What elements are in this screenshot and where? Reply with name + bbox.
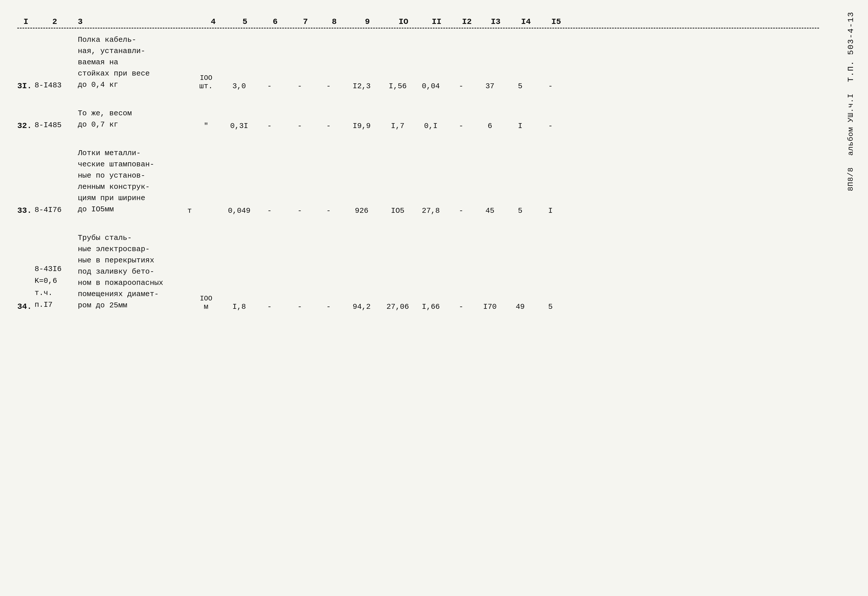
col-header-2: 2 bbox=[35, 17, 75, 26]
col-header-14: I4 bbox=[510, 17, 542, 26]
col-header-15: I5 bbox=[542, 17, 571, 26]
row-val-12: - bbox=[447, 302, 475, 311]
col-header-12: I2 bbox=[452, 17, 481, 26]
row-val-11: 27,8 bbox=[415, 207, 447, 215]
col-header-11: II bbox=[421, 17, 452, 26]
row-description: Полка кабель-ная, устанавли-ваемая насто… bbox=[75, 34, 187, 90]
row-val-15: I bbox=[536, 207, 565, 215]
row-unit: т bbox=[187, 207, 225, 215]
row-val-11: 0,I bbox=[415, 122, 447, 130]
row-code: 8-I483 bbox=[35, 80, 75, 90]
row-val-5: 0,049 bbox=[225, 207, 254, 215]
page: Т.П. 503-4-13 альбом УШ.ч.I 8П8/8 I 2 3 … bbox=[0, 0, 868, 596]
row-val-11: I,66 bbox=[415, 302, 447, 311]
row-val-5: I,8 bbox=[225, 302, 254, 311]
row-val-12: - bbox=[447, 122, 475, 130]
row-val-11: 0,04 bbox=[415, 82, 447, 90]
row-val-14: 49 bbox=[504, 302, 536, 311]
row-val-10: 27,06 bbox=[380, 302, 415, 311]
row-description: То же, весомдо 0,7 кг bbox=[75, 108, 187, 130]
row-unit: " bbox=[187, 122, 225, 130]
row-number: 34. bbox=[17, 302, 35, 311]
row-val-9: 94,2 bbox=[343, 302, 380, 311]
sidebar-title: Т.П. 503-4-13 bbox=[846, 12, 855, 82]
row-code: 8-I485 bbox=[35, 120, 75, 130]
row-val-6: - bbox=[254, 302, 285, 311]
row-val-13: 6 bbox=[475, 122, 504, 130]
row-val-15: - bbox=[536, 82, 565, 90]
col-header-5: 5 bbox=[230, 17, 259, 26]
row-val-6: - bbox=[254, 122, 285, 130]
sidebar: Т.П. 503-4-13 альбом УШ.ч.I 8П8/8 bbox=[839, 0, 862, 596]
row-val-14: I bbox=[504, 122, 536, 130]
col-header-6: 6 bbox=[259, 17, 291, 26]
row-val-6: - bbox=[254, 82, 285, 90]
row-val-14: 5 bbox=[504, 207, 536, 215]
row-description: Трубы сталь-ные электросвар-ные в перекр… bbox=[75, 232, 187, 311]
row-description: Лотки металли-ческие штампован-ные по ус… bbox=[75, 148, 187, 215]
row-code: 8-4I76 bbox=[35, 205, 75, 215]
row-val-6: - bbox=[254, 207, 285, 215]
col-header-8: 8 bbox=[320, 17, 349, 26]
row-number: 3I. bbox=[17, 81, 35, 90]
row-val-9: I9,9 bbox=[343, 122, 380, 130]
row-unit: IOO м bbox=[187, 295, 225, 311]
row-val-5: 0,3I bbox=[225, 122, 254, 130]
row-val-8: - bbox=[314, 207, 343, 215]
row-val-12: - bbox=[447, 82, 475, 90]
row-val-8: - bbox=[314, 302, 343, 311]
row-number: 33. bbox=[17, 206, 35, 215]
row-val-9: 926 bbox=[343, 207, 380, 215]
col-header-7: 7 bbox=[291, 17, 320, 26]
sidebar-code: 8П8/8 bbox=[846, 167, 855, 191]
row-val-7: - bbox=[285, 122, 314, 130]
col-header-10: IO bbox=[386, 17, 421, 26]
row-unit: IOO шт. bbox=[187, 74, 225, 90]
row-val-15: - bbox=[536, 122, 565, 130]
column-headers: I 2 3 4 5 6 7 8 9 IO II I2 I3 I4 I5 bbox=[17, 17, 819, 28]
table-content: 3I. 8-I483 Полка кабель-ная, устанавли-в… bbox=[17, 34, 819, 311]
col-header-13: I3 bbox=[481, 17, 510, 26]
row-val-9: I2,3 bbox=[343, 82, 380, 90]
row-val-10: IO5 bbox=[380, 207, 415, 215]
row-val-7: - bbox=[285, 207, 314, 215]
row-val-13: 45 bbox=[475, 207, 504, 215]
col-header-9: 9 bbox=[349, 17, 386, 26]
row-number: 32. bbox=[17, 121, 35, 130]
table-row: 3I. 8-I483 Полка кабель-ная, устанавли-в… bbox=[17, 34, 819, 90]
row-code: 8-43I6K=0,6т.ч.п.I7 bbox=[35, 263, 75, 311]
table-row: 32. 8-I485 То же, весомдо 0,7 кг " 0,3I … bbox=[17, 108, 819, 130]
row-val-13: 37 bbox=[475, 82, 504, 90]
row-val-14: 5 bbox=[504, 82, 536, 90]
row-val-13: I70 bbox=[475, 302, 504, 311]
sidebar-subtitle: альбом УШ.ч.I bbox=[846, 93, 855, 156]
table-row: 34. 8-43I6K=0,6т.ч.п.I7 Трубы сталь-ные … bbox=[17, 232, 819, 311]
row-val-8: - bbox=[314, 82, 343, 90]
row-val-12: - bbox=[447, 207, 475, 215]
row-val-7: - bbox=[285, 82, 314, 90]
col-header-1: I bbox=[17, 17, 35, 26]
col-header-3: 3 bbox=[75, 17, 196, 26]
row-val-15: 5 bbox=[536, 302, 565, 311]
row-val-10: I,56 bbox=[380, 82, 415, 90]
row-val-5: 3,0 bbox=[225, 82, 254, 90]
row-val-10: I,7 bbox=[380, 122, 415, 130]
row-val-7: - bbox=[285, 302, 314, 311]
col-header-4: 4 bbox=[196, 17, 230, 26]
row-val-8: - bbox=[314, 122, 343, 130]
table-row: 33. 8-4I76 Лотки металли-ческие штампова… bbox=[17, 148, 819, 215]
